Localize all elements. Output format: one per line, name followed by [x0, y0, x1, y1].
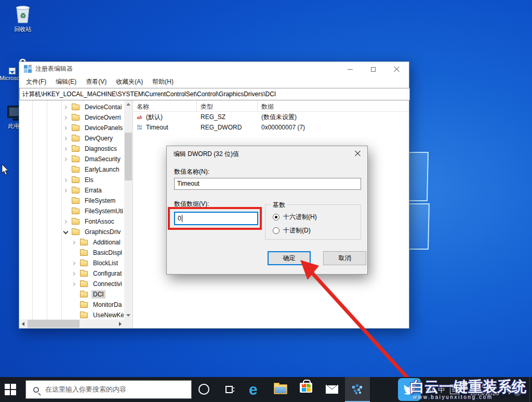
menu-help[interactable]: 帮助(H) — [148, 76, 178, 88]
taskbar-clock[interactable]: 17:27 2019/12/20 — [466, 382, 504, 397]
folder-icon — [80, 240, 88, 245]
chevron-right-icon[interactable] — [63, 188, 68, 193]
tree-item[interactable]: FileSystemUti — [19, 206, 124, 216]
tree-item-dci-selected[interactable]: DCI — [19, 289, 124, 300]
folder-icon — [72, 229, 79, 235]
ime-language-indicator[interactable]: 中 — [438, 385, 445, 395]
radio-selected-icon[interactable] — [273, 214, 280, 221]
tree-item[interactable]: DeviceOverri — [19, 112, 124, 123]
folder-icon — [72, 188, 79, 193]
scroll-down-arrow[interactable] — [124, 312, 132, 319]
tree-item[interactable]: FileSystem — [19, 196, 124, 206]
radio-unselected-icon[interactable] — [273, 227, 280, 234]
edit-dword-dialog: 编辑 DWORD (32 位)值 数值名称(N): Timeout 数值数据(V… — [166, 146, 368, 275]
registry-app-icon — [24, 65, 32, 73]
chevron-right-icon[interactable] — [72, 271, 76, 276]
chevron-right-icon[interactable] — [63, 219, 68, 224]
desktop-icon-recycle-bin[interactable]: ♻ 回收站 — [3, 3, 43, 33]
chevron-right-icon[interactable] — [72, 261, 76, 266]
value-row-default[interactable]: (默认) REG_SZ (数值未设置) — [133, 112, 409, 122]
speaker-icon — [426, 385, 435, 394]
radio-hexadecimal[interactable]: 十六进制(H) — [273, 213, 317, 222]
base-radio-group: 基数 十六进制(H) 十进制(D) — [265, 204, 361, 240]
taskbar-search-box[interactable]: 在这里输入你要搜索的内容 — [25, 380, 192, 399]
window-titlebar[interactable]: 注册表编辑器 — [19, 62, 409, 76]
column-header-data[interactable]: 数据 — [258, 100, 409, 111]
dialog-titlebar[interactable]: 编辑 DWORD (32 位)值 — [167, 146, 367, 162]
tree-item[interactable]: BasicDispl — [19, 248, 124, 258]
folder-icon — [80, 250, 88, 256]
registry-address-bar[interactable]: 计算机\HKEY_LOCAL_MACHINE\SYSTEM\CurrentCon… — [19, 88, 410, 100]
folder-icon — [72, 136, 79, 141]
chevron-right-icon[interactable] — [63, 126, 68, 131]
twitter-taskbar-icon[interactable] — [398, 378, 421, 401]
tree-item[interactable]: Additional — [19, 237, 124, 248]
tree-vertical-scrollbar[interactable] — [124, 100, 132, 319]
tree-horizontal-scrollbar[interactable] — [19, 319, 124, 328]
radio-decimal[interactable]: 十进制(D) — [273, 226, 311, 235]
tree-item[interactable]: Errata — [19, 185, 124, 196]
tree-item[interactable]: DmaSecurity — [19, 154, 124, 164]
tree-item[interactable]: UseNewKe — [19, 310, 124, 319]
scroll-up-arrow[interactable] — [124, 100, 132, 108]
scroll-left-arrow[interactable] — [19, 319, 27, 328]
minimize-button[interactable] — [338, 62, 362, 76]
tree-item[interactable]: DevQuery — [19, 133, 124, 144]
chevron-right-icon[interactable] — [63, 178, 68, 183]
chevron-right-icon[interactable] — [63, 147, 68, 151]
chevron-right-icon[interactable] — [63, 157, 68, 162]
scroll-right-arrow[interactable] — [116, 319, 124, 328]
reg-string-icon — [135, 113, 144, 121]
volume-tray-icon[interactable] — [426, 385, 435, 395]
chevron-right-icon[interactable] — [72, 240, 76, 245]
scrollbar-thumb[interactable] — [28, 320, 79, 328]
mail-taskbar-icon[interactable] — [326, 385, 338, 394]
dialog-close-button[interactable] — [355, 150, 362, 158]
chevron-down-icon[interactable] — [63, 230, 68, 235]
value-row-timeout[interactable]: Timeout REG_DWORD 0x00000007 (7) — [133, 122, 409, 133]
chevron-right-icon[interactable] — [63, 115, 68, 120]
tree-item[interactable]: Connectivi — [19, 279, 124, 289]
chevron-right-icon[interactable] — [63, 105, 68, 110]
registry-editor-taskbar-icon-active[interactable] — [345, 377, 370, 402]
chevron-right-icon[interactable] — [72, 282, 76, 287]
file-explorer-taskbar-icon[interactable] — [274, 384, 287, 394]
folder-icon — [72, 115, 79, 121]
tree-item[interactable]: DeviceContai — [19, 102, 124, 112]
ok-button[interactable]: 确定 — [268, 251, 311, 265]
column-header-type[interactable]: 类型 — [197, 100, 258, 111]
tree-item[interactable]: GraphicsDriv — [19, 227, 124, 237]
ime-pinyin-indicator[interactable]: 拼 — [450, 384, 460, 394]
base-group-label: 基数 — [271, 201, 287, 210]
menu-view[interactable]: 查看(V) — [81, 76, 111, 88]
start-button[interactable] — [5, 384, 17, 396]
tree-item[interactable]: MonitorDa — [19, 300, 124, 310]
taskbar: 在这里输入你要搜索的内容 中 拼 — [0, 377, 532, 402]
task-view-button[interactable] — [224, 384, 235, 397]
tree-item[interactable]: Diagnostics — [19, 144, 124, 154]
menu-edit[interactable]: 编辑(E) — [51, 76, 81, 88]
tree-item[interactable]: Els — [19, 175, 124, 185]
show-desktop-button[interactable] — [529, 377, 532, 402]
chevron-right-icon[interactable] — [63, 136, 68, 141]
scrollbar-thumb[interactable] — [125, 133, 132, 180]
maximize-button[interactable] — [362, 62, 385, 76]
close-button[interactable] — [385, 62, 408, 76]
cortana-button[interactable] — [198, 384, 209, 395]
minimize-icon — [348, 69, 353, 70]
tree-item[interactable]: BlockList — [19, 258, 124, 268]
menu-file[interactable]: 文件(F) — [21, 76, 51, 88]
tree-item[interactable]: Configurat — [19, 268, 124, 279]
microsoft-store-taskbar-icon[interactable] — [300, 383, 312, 393]
tree-item[interactable]: FontAssoc — [19, 216, 124, 227]
value-name-input[interactable]: Timeout — [174, 178, 361, 190]
edge-taskbar-icon[interactable] — [249, 381, 264, 398]
tree-item[interactable]: DevicePanels — [19, 123, 124, 133]
menu-favorites[interactable]: 收藏夹(A) — [111, 76, 148, 88]
cancel-button[interactable]: 取消 — [323, 251, 366, 265]
tree-item[interactable]: EarlyLaunch — [19, 164, 124, 175]
column-header-name[interactable]: 名称 — [133, 100, 197, 111]
close-icon — [394, 66, 400, 72]
clock-time: 17:27 — [466, 382, 504, 390]
recycle-bin-icon: ♻ — [13, 3, 33, 24]
